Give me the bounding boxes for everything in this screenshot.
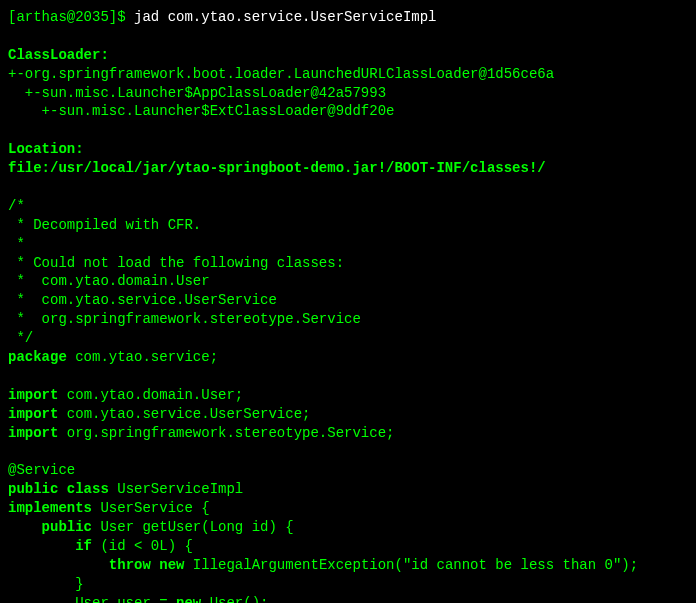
classloader-line: +-sun.misc.Launcher$AppClassLoader@42a57… xyxy=(8,84,688,103)
prompt-line[interactable]: [arthas@2035]$ jad com.ytao.service.User… xyxy=(8,8,688,27)
comment-line: * org.springframework.stereotype.Service xyxy=(8,310,688,329)
annotation-line: @Service xyxy=(8,461,688,480)
if-line: if (id < 0L) { xyxy=(8,537,688,556)
location-header: Location: xyxy=(8,140,688,159)
comment-line: * xyxy=(8,235,688,254)
classloader-line: +-sun.misc.Launcher$ExtClassLoader@9ddf2… xyxy=(8,102,688,121)
close-brace: } xyxy=(8,575,688,594)
comment-line: * com.ytao.service.UserService xyxy=(8,291,688,310)
package-line: package com.ytao.service; xyxy=(8,348,688,367)
comment-line: /* xyxy=(8,197,688,216)
throw-line: throw new IllegalArgumentException("id c… xyxy=(8,556,688,575)
comment-line: * Could not load the following classes: xyxy=(8,254,688,273)
comment-line: * Decompiled with CFR. xyxy=(8,216,688,235)
method-decl-line: public User getUser(Long id) { xyxy=(8,518,688,537)
command-text: jad com.ytao.service.UserServiceImpl xyxy=(134,9,436,25)
implements-line: implements UserService { xyxy=(8,499,688,518)
import-line: import com.ytao.service.UserService; xyxy=(8,405,688,424)
import-line: import org.springframework.stereotype.Se… xyxy=(8,424,688,443)
shell-prompt: [arthas@2035]$ xyxy=(8,9,134,25)
classloader-header: ClassLoader: xyxy=(8,46,688,65)
classloader-line: +-org.springframework.boot.loader.Launch… xyxy=(8,65,688,84)
class-decl-line: public class UserServiceImpl xyxy=(8,480,688,499)
location-path: file:/usr/local/jar/ytao-springboot-demo… xyxy=(8,159,688,178)
var-decl-line: User user = new User(); xyxy=(8,594,688,603)
import-line: import com.ytao.domain.User; xyxy=(8,386,688,405)
comment-line: * com.ytao.domain.User xyxy=(8,272,688,291)
comment-line: */ xyxy=(8,329,688,348)
